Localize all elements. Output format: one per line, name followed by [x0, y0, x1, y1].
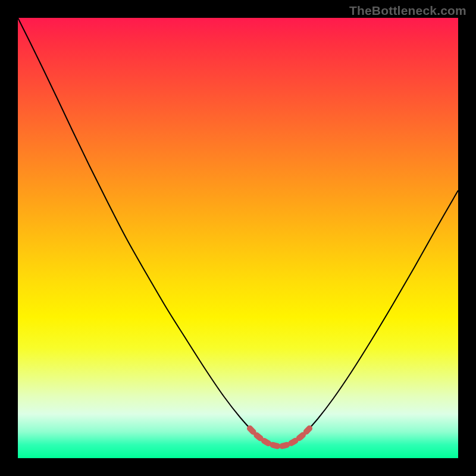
- optimal-zone-highlight: [250, 428, 309, 446]
- watermark-text: TheBottleneck.com: [349, 4, 466, 18]
- chart-frame: TheBottleneck.com: [0, 0, 476, 476]
- bottleneck-curve: [18, 18, 458, 446]
- chart-svg: [18, 18, 458, 458]
